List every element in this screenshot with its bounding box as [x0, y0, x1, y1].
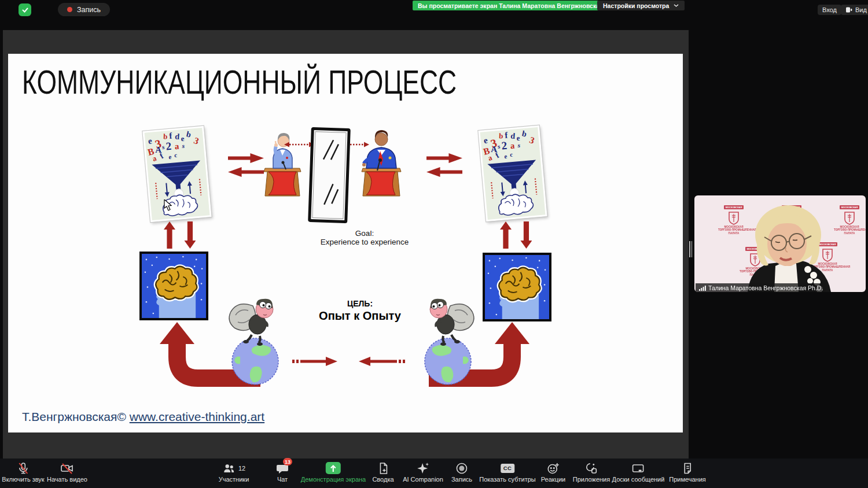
toolbar-button-participants[interactable]: 12 Участники: [219, 461, 249, 483]
brain-square-right: [483, 253, 551, 321]
toolbar-button-captions[interactable]: CC Показать субтитры: [479, 461, 536, 483]
microphone-muted-icon: [16, 461, 30, 475]
toolbar-button-share[interactable]: Демонстрация экрана: [301, 461, 366, 483]
arrow-right-icon: [426, 153, 462, 163]
view-button[interactable]: Вид: [841, 5, 868, 15]
view-settings-button[interactable]: Настройки просмотра: [597, 1, 685, 10]
ai-companion-icon: [416, 461, 430, 475]
mirror-illustration: [308, 127, 351, 223]
login-button[interactable]: Вход: [818, 5, 841, 15]
slide-website-link[interactable]: www.creative-thinking.art: [130, 410, 264, 423]
summary-icon: [376, 461, 390, 475]
participant-illustration: [694, 195, 866, 292]
mouse-cursor: [164, 199, 172, 211]
toolbar-button-notes[interactable]: Примечания: [669, 461, 706, 483]
panel-collapse-handle[interactable]: [689, 241, 693, 257]
dotted-arrow-left: [284, 141, 314, 148]
reactions-icon: [546, 461, 560, 475]
record-icon: [455, 461, 469, 475]
toolbar-button-ai[interactable]: AI Companion: [403, 461, 443, 483]
arrow-left-icon: [228, 167, 264, 177]
speaker-woman-illustration: [260, 128, 304, 197]
participant-name-label: Талина Маратовна Венгржновская Ph.D.: [696, 283, 826, 292]
security-shield-icon[interactable]: [19, 3, 31, 16]
presentation-slide: КОММУНИКАЦИОННЫЙ ПРОЦЕСС e3bfdeb3BAs2asa…: [8, 54, 683, 432]
slide-credit: Т.Венгржновская© www.creative-thinking.a…: [22, 410, 264, 424]
recording-dot-icon: [67, 7, 72, 12]
view-layout-icon: [845, 6, 852, 13]
funnel-brain-illustration: [145, 128, 210, 220]
funnel-card-right: e3bfdeb3BAs2asafec: [478, 125, 547, 222]
participant-video-tile[interactable]: МОСКОВСКАЯМОСКОВСКАЯТОРГОВО-ПРОМЫШЛЕННАЯ…: [694, 195, 866, 292]
meeting-toolbar: Включить звук Начать видео 12 Участники: [0, 459, 868, 488]
vertical-arrow-pair-left: [164, 221, 196, 251]
chat-badge: 13: [283, 458, 292, 465]
toolbar-button-video[interactable]: Начать видео: [47, 461, 87, 483]
funnel-card-left: e3bfdeb3BAs2asafec: [142, 126, 211, 223]
goal-text-en: Goal: Experience to experience: [278, 229, 451, 246]
toolbar-button-mute[interactable]: Включить звук: [2, 461, 44, 483]
participants-count: 12: [238, 465, 245, 472]
double-arrow-right-pair: [426, 153, 462, 177]
participants-icon: [222, 461, 236, 475]
dashed-converging-arrows: [292, 357, 406, 366]
arrow-up-icon: [164, 221, 175, 249]
apps-icon: [584, 461, 598, 475]
arrow-left-icon: [426, 167, 462, 177]
arrow-down-icon: [184, 221, 196, 249]
speaker-man-illustration: [358, 125, 404, 197]
whiteboards-icon: [631, 461, 645, 475]
captions-icon: CC: [501, 464, 514, 473]
slide-title: КОММУНИКАЦИОННЫЙ ПРОЦЕСС: [22, 63, 457, 101]
toolbar-button-summary[interactable]: Сводка: [372, 461, 393, 483]
fly-on-globe-left: [223, 283, 288, 386]
screen-share-banner: Вы просматриваете экран Талина Маратовна…: [413, 1, 613, 10]
recording-indicator[interactable]: Запись: [58, 3, 110, 16]
fly-on-globe-right: [415, 283, 480, 386]
audio-level-icon: [699, 285, 706, 291]
toolbar-button-apps[interactable]: Приложения: [573, 461, 610, 483]
vertical-arrow-pair-right: [500, 221, 532, 251]
chevron-down-icon: [674, 4, 679, 7]
brain-square-left: [139, 252, 208, 320]
notes-icon: [681, 461, 694, 475]
toolbar-button-chat[interactable]: 13 Чат: [275, 461, 289, 483]
recording-label: Запись: [77, 6, 101, 14]
toolbar-button-reactions[interactable]: Реакции: [541, 461, 566, 483]
arrow-right-icon: [228, 153, 264, 163]
arrow-down-icon: [520, 221, 532, 249]
toolbar-button-record[interactable]: Запись: [451, 461, 472, 483]
shared-screen-area: КОММУНИКАЦИОННЫЙ ПРОЦЕСС e3bfdeb3BAs2asa…: [3, 30, 689, 459]
toolbar-button-whiteboards[interactable]: Доски сообщений: [612, 461, 665, 483]
double-arrow-left-pair: [228, 153, 264, 177]
funnel-brain-illustration: [480, 127, 546, 220]
share-screen-icon: [326, 462, 341, 474]
arrow-up-icon: [500, 221, 512, 249]
camera-muted-icon: [60, 461, 75, 475]
